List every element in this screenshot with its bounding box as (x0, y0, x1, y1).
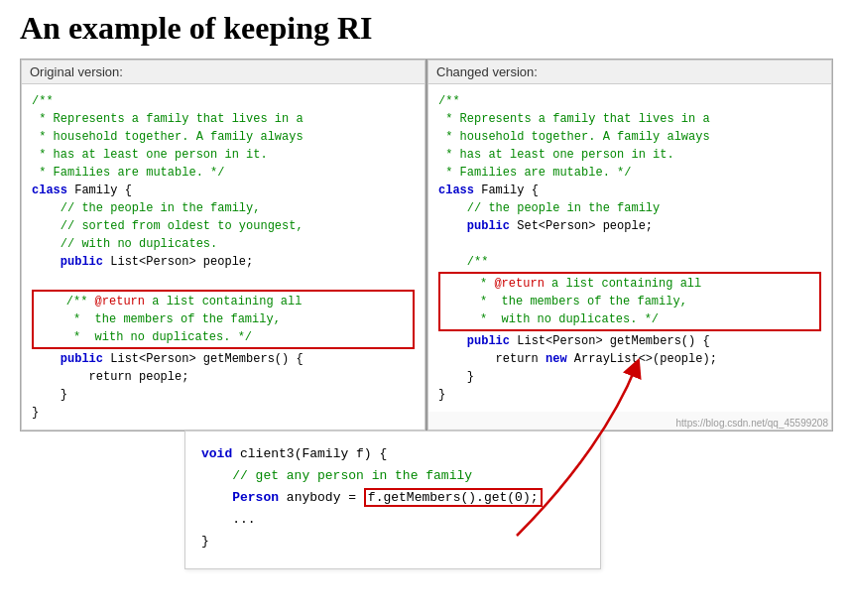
code-line: } (438, 368, 821, 386)
page-title: An example of keeping RI (20, 10, 830, 47)
code-line: /** @return a list containing all (38, 293, 409, 310)
code-line: // with no duplicates. (32, 235, 415, 253)
code-line: * the members of the family, (444, 293, 815, 310)
code-line: * with no duplicates. */ (444, 310, 815, 328)
comparison-container: Original version: /** * Represents a fam… (20, 59, 833, 431)
code-line: * Families are mutable. */ (438, 164, 821, 182)
code-line: return people; (32, 368, 415, 386)
code-line: * household together. A family always (438, 128, 821, 146)
code-line: /** (438, 92, 821, 110)
highlighted-block-original: /** @return a list containing all * the … (32, 290, 415, 349)
code-line: class Family { (32, 182, 415, 199)
code-line: return new ArrayList<>(people); (438, 350, 821, 368)
code-line: } (32, 386, 415, 404)
code-line: * Families are mutable. */ (32, 164, 415, 182)
code-line (32, 271, 415, 289)
code-line: // get any person in the family (201, 465, 584, 487)
code-line: /** (32, 92, 415, 110)
code-line: } (32, 404, 415, 422)
code-line: // the people in the family (438, 199, 821, 217)
original-code: /** * Represents a family that lives in … (22, 84, 425, 430)
code-line: * Represents a family that lives in a (32, 110, 415, 128)
code-line: * Represents a family that lives in a (438, 110, 821, 128)
url-watermark: https://blog.csdn.net/qq_45599208 (676, 418, 828, 429)
code-line: public Set<Person> people; (438, 217, 821, 235)
code-line: public List<Person> getMembers() { (32, 350, 415, 368)
highlighted-method-call: f.getMembers().get(0); (364, 488, 543, 507)
highlighted-block-changed: * @return a list containing all * the me… (438, 272, 821, 331)
changed-code: /** * Represents a family that lives in … (428, 84, 831, 412)
changed-header: Changed version: (428, 61, 831, 84)
code-line: } (201, 531, 584, 553)
changed-panel: Changed version: /** * Represents a fami… (427, 60, 832, 431)
original-header: Original version: (22, 61, 425, 84)
code-line: // the people in the family, (32, 199, 415, 217)
code-line: ... (201, 509, 584, 531)
code-line: Person anybody = f.getMembers().get(0); (201, 487, 584, 509)
code-line: * has at least one person in it. (32, 146, 415, 164)
code-line: } (438, 386, 821, 404)
code-line: * has at least one person in it. (438, 146, 821, 164)
code-line: * with no duplicates. */ (38, 328, 409, 346)
code-line (438, 235, 821, 253)
code-line: * household together. A family always (32, 128, 415, 146)
code-line: * the members of the family, (38, 310, 409, 328)
code-line: /** (438, 253, 821, 271)
code-line: public List<Person> getMembers() { (438, 332, 821, 350)
code-line: public List<Person> people; (32, 253, 415, 271)
original-panel: Original version: /** * Represents a fam… (21, 60, 425, 431)
code-line: class Family { (438, 182, 821, 199)
code-line: void client3(Family f) { (201, 443, 584, 465)
code-line: * @return a list containing all (444, 275, 815, 293)
code-line: // sorted from oldest to youngest, (32, 217, 415, 235)
client-code-box: void client3(Family f) { // get any pers… (184, 431, 601, 569)
